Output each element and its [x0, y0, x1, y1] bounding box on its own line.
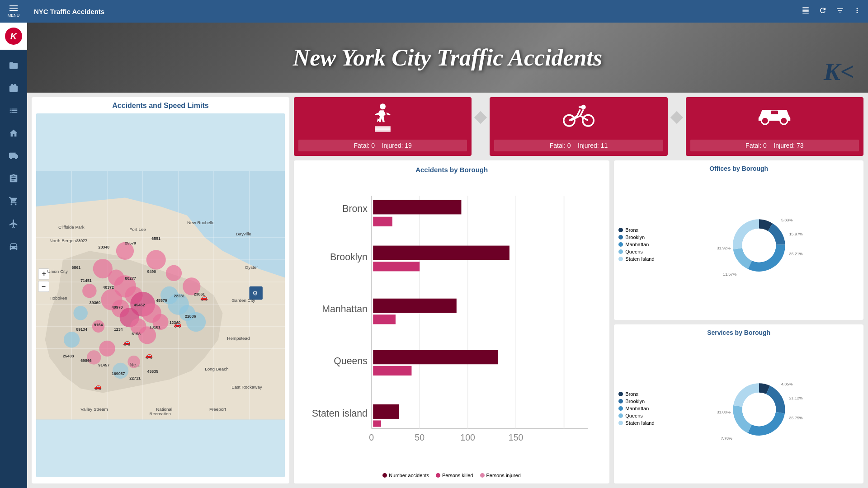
svg-text:89134: 89134 [76, 327, 87, 332]
queens-dot [618, 249, 623, 254]
svg-text:−: − [42, 282, 46, 290]
sidebar-item-car[interactable] [0, 235, 27, 258]
svg-text:15.97%: 15.97% [789, 232, 802, 236]
svg-text:31.92%: 31.92% [717, 246, 730, 250]
map-container[interactable]: 23977 28340 25579 6551 6861 71451 40372 … [36, 113, 285, 477]
svg-text:28340: 28340 [99, 245, 110, 249]
staten-label: Staten Island [625, 256, 654, 262]
kpi-row: Fatal: 0 Injured: 19 [294, 97, 863, 156]
svg-text:Cliffside Park: Cliffside Park [58, 225, 85, 230]
brooklyn-dot [618, 235, 623, 239]
svg-text:45452: 45452 [134, 303, 145, 307]
svg-text:0: 0 [369, 432, 374, 442]
killed-label: Persons killed [442, 473, 473, 478]
svg-text:71451: 71451 [80, 278, 92, 283]
svg-text:22281: 22281 [174, 294, 185, 298]
svg-text:11.57%: 11.57% [723, 272, 736, 277]
legend-queens-offices: Queens [618, 249, 654, 254]
motorist-fatal: Fatal: 0 [745, 142, 767, 149]
manhattan-dot [618, 242, 623, 247]
svg-text:🚗: 🚗 [200, 294, 208, 301]
svg-text:North Bergen: North Bergen [49, 238, 75, 243]
menu-button[interactable]: MENU [0, 0, 27, 23]
motorist-injured: Injured: 73 [774, 142, 803, 149]
svg-text:Hempstead: Hempstead [227, 336, 250, 341]
sidebar-item-briefcase[interactable] [0, 77, 27, 99]
banner-logo: K< [824, 57, 854, 86]
queens-label: Queens [625, 249, 643, 254]
k-logo-icon: K [5, 28, 22, 45]
offices-content: Bronx Brooklyn Manhattan [618, 176, 859, 315]
svg-text:Bronx: Bronx [342, 203, 368, 214]
svg-text:Oyster: Oyster [245, 265, 259, 270]
svg-text:Queens: Queens [334, 356, 368, 366]
svg-text:Bayville: Bayville [236, 231, 251, 236]
svg-text:48579: 48579 [156, 298, 167, 303]
svg-text:Ne...: Ne... [129, 361, 141, 367]
brooklyn-label: Brooklyn [625, 235, 645, 240]
legend-injured: Persons injured [480, 473, 521, 478]
sidebar-item-clipboard[interactable] [0, 167, 27, 190]
svg-text:40970: 40970 [112, 305, 123, 310]
legend-bronx-offices: Bronx [618, 227, 654, 233]
motorist-stats: Fatal: 0 Injured: 73 [690, 140, 859, 151]
pedestrian-injured: Injured: 19 [382, 142, 412, 149]
bronx-s-label: Bronx [625, 391, 638, 397]
svg-text:7.78%: 7.78% [721, 436, 732, 440]
sidebar-item-folder[interactable] [0, 54, 27, 77]
menu-label: MENU [8, 13, 20, 18]
sidebar-item-list[interactable] [0, 99, 27, 122]
svg-point-39 [113, 363, 128, 379]
svg-text:Staten island: Staten island [312, 408, 368, 419]
sidebar-item-truck[interactable] [0, 145, 27, 167]
more-icon[interactable] [853, 6, 861, 16]
chart-legend: Number accidents Persons killed Persons … [299, 473, 604, 478]
sidebar: MENU K [0, 0, 27, 488]
injured-dot [480, 473, 485, 478]
legend-manhattan-services: Manhattan [618, 406, 654, 411]
svg-text:50: 50 [415, 432, 425, 442]
cyclist-stats: Fatal: 0 Injured: 11 [494, 140, 663, 151]
svg-text:9490: 9490 [147, 269, 156, 274]
sidebar-item-cart[interactable] [0, 190, 27, 212]
connector-2 [670, 111, 683, 124]
staten-dot [618, 257, 623, 261]
svg-text:5.33%: 5.33% [781, 218, 793, 222]
svg-text:🚗: 🚗 [145, 352, 153, 359]
cyclist-icon [563, 103, 594, 131]
table-icon[interactable] [802, 6, 810, 16]
svg-rect-126 [373, 262, 420, 271]
svg-text:22636: 22636 [185, 314, 196, 319]
svg-text:35.21%: 35.21% [789, 252, 802, 256]
svg-point-36 [166, 265, 182, 281]
queens-s-label: Queens [625, 413, 643, 418]
legend-manhattan-offices: Manhattan [618, 242, 654, 247]
svg-text:25408: 25408 [63, 354, 74, 358]
svg-text:45535: 45535 [147, 369, 159, 374]
right-panel: Fatal: 0 Injured: 19 [294, 97, 863, 483]
svg-text:Recreation: Recreation [149, 411, 170, 416]
sidebar-item-plane[interactable] [0, 212, 27, 235]
svg-text:East Rockaway: East Rockaway [231, 385, 262, 389]
topbar: NYC Traffic Accidents [27, 0, 868, 23]
svg-text:80277: 80277 [125, 276, 136, 281]
svg-text:35.75%: 35.75% [789, 416, 802, 420]
svg-text:6158: 6158 [132, 332, 141, 336]
sidebar-logo: K [0, 23, 27, 50]
sidebar-item-home[interactable] [0, 122, 27, 145]
svg-text:1234: 1234 [114, 327, 123, 332]
kpi-motorist: Fatal: 0 Injured: 73 [686, 97, 863, 156]
filter-icon[interactable] [836, 6, 844, 16]
svg-text:Valley Stream: Valley Stream [80, 407, 108, 412]
banner: New York City Traffic Accidents K< [27, 23, 868, 93]
svg-text:4.35%: 4.35% [781, 381, 793, 386]
brooklyn-s-label: Brooklyn [625, 399, 645, 404]
svg-point-97 [380, 103, 386, 109]
bar-chart-title: Accidents by Borough [299, 166, 604, 174]
svg-text:⚙: ⚙ [252, 290, 258, 297]
connector-1 [474, 111, 487, 124]
accidents-label: Number accidents [389, 473, 429, 478]
svg-text:6551: 6551 [151, 236, 160, 241]
svg-point-27 [99, 341, 115, 357]
refresh-icon[interactable] [819, 6, 827, 16]
